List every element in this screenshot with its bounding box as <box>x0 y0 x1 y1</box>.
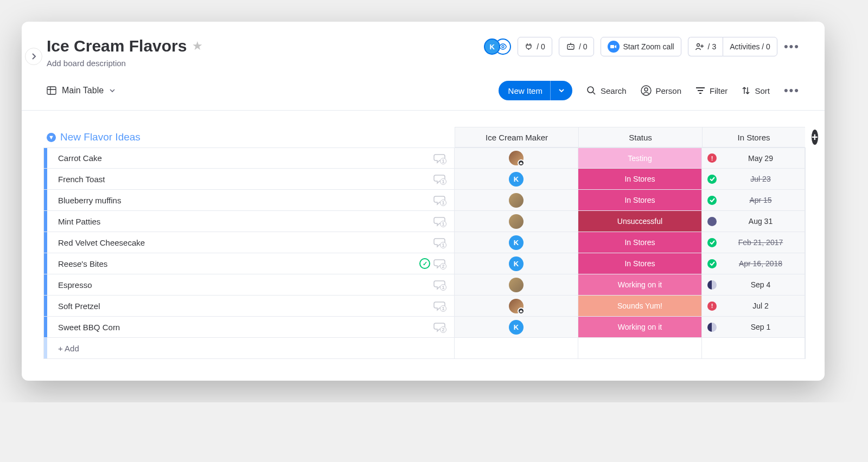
item-name[interactable]: Blueberry muffins <box>58 196 121 205</box>
column-header-status[interactable]: Status <box>578 127 702 147</box>
group-color-bar <box>44 253 47 274</box>
activities-button[interactable]: Activities / 0 <box>723 37 777 56</box>
date-cell[interactable]: ! Jul 2 <box>702 296 805 317</box>
maker-cell[interactable] <box>455 296 578 317</box>
chat-count: 1 <box>440 242 446 248</box>
new-item-dropdown[interactable] <box>550 81 572 100</box>
item-name[interactable]: Carrot Cake <box>58 153 102 163</box>
item-name[interactable]: Sweet BBQ Corn <box>58 323 120 332</box>
add-column-button[interactable]: + <box>812 130 818 145</box>
chat-icon[interactable]: 2 <box>433 322 445 332</box>
maker-cell[interactable] <box>455 190 578 211</box>
invite-count: / 3 <box>708 42 717 51</box>
maker-cell[interactable]: K <box>455 232 578 253</box>
status-cell[interactable]: Working on it <box>578 274 702 296</box>
table-row[interactable]: Blueberry muffins 1 In Stores Apr 15 <box>43 190 803 211</box>
date-cell[interactable]: Sep 4 <box>702 274 805 296</box>
maker-avatar[interactable] <box>509 214 524 229</box>
chat-count: 2 <box>440 326 446 333</box>
invite-members-button[interactable]: / 3 <box>688 37 723 56</box>
item-name[interactable]: Reese's Bites <box>58 259 107 268</box>
person-label: Person <box>656 86 682 95</box>
chat-icon[interactable]: 2 <box>433 258 445 269</box>
expand-sidebar-button[interactable] <box>25 48 42 65</box>
favorite-star-icon[interactable]: ★ <box>192 39 203 53</box>
status-cell[interactable]: In Stores <box>578 169 702 190</box>
board-viewers[interactable]: K <box>484 39 511 55</box>
group-title[interactable]: New Flavor Ideas <box>60 131 141 143</box>
maker-avatar[interactable] <box>509 193 524 208</box>
maker-cell[interactable] <box>455 211 578 232</box>
status-cell[interactable]: Testing <box>578 147 702 169</box>
automations-button[interactable]: / 0 <box>559 37 595 56</box>
column-header-in-stores[interactable]: In Stores <box>702 127 805 147</box>
column-header-maker[interactable]: Ice Cream Maker <box>455 127 578 147</box>
group-collapse-toggle[interactable]: ▼ <box>47 133 56 142</box>
item-name[interactable]: Espresso <box>58 280 92 290</box>
board-title[interactable]: Ice Cream Flavors <box>47 37 187 55</box>
date-cell[interactable]: Jul 23 <box>702 169 805 190</box>
maker-avatar[interactable] <box>509 278 524 292</box>
chat-icon[interactable]: 1 <box>433 300 445 311</box>
new-item-button[interactable]: New Item <box>499 81 572 100</box>
item-name[interactable]: Red Velvet Cheesecake <box>58 238 145 247</box>
view-selector[interactable]: Main Table <box>47 86 116 95</box>
filter-button[interactable]: Filter <box>695 86 727 95</box>
table-row[interactable]: Red Velvet Cheesecake 1 K In Stores Feb … <box>43 232 803 253</box>
toolbar-more-menu[interactable]: ••• <box>784 84 800 98</box>
status-cell[interactable]: Working on it <box>578 317 702 338</box>
maker-cell[interactable] <box>455 147 578 169</box>
home-badge-icon <box>518 159 525 166</box>
chat-icon[interactable]: 1 <box>433 174 445 184</box>
sort-button[interactable]: Sort <box>742 86 770 95</box>
maker-avatar[interactable]: K <box>509 256 524 271</box>
item-name[interactable]: French Toast <box>58 175 105 184</box>
table-row[interactable]: Soft Pretzel 1 Sounds Yum! ! Jul 2 <box>43 296 803 317</box>
search-button[interactable]: Search <box>586 86 627 95</box>
maker-cell[interactable]: K <box>455 253 578 274</box>
maker-avatar[interactable] <box>509 151 524 165</box>
item-name[interactable]: Mint Patties <box>58 217 100 226</box>
chat-icon[interactable]: 1 <box>433 216 445 227</box>
add-item-button[interactable]: + Add <box>58 344 79 353</box>
chat-icon[interactable]: 1 <box>433 237 445 248</box>
date-cell[interactable]: ! May 29 <box>702 147 805 169</box>
table-row[interactable]: Reese's Bites ✓ 2 K In Stores Apr 16, 20… <box>43 253 803 274</box>
maker-cell[interactable]: K <box>455 317 578 338</box>
date-cell[interactable]: Apr 16, 2018 <box>702 253 805 274</box>
date-cell[interactable]: Sep 1 <box>702 317 805 338</box>
status-cell[interactable]: Sounds Yum! <box>578 296 702 317</box>
maker-avatar[interactable] <box>509 299 524 313</box>
svg-rect-4 <box>610 45 614 48</box>
table-row[interactable]: French Toast 1 K In Stores Jul 23 <box>43 169 803 190</box>
maker-avatar[interactable]: K <box>509 320 524 335</box>
people-icon <box>695 43 705 50</box>
table-row[interactable]: Carrot Cake 1 Testing ! May 29 <box>43 147 803 169</box>
board-description[interactable]: Add board description <box>47 59 203 68</box>
integrations-button[interactable]: / 0 <box>518 37 552 56</box>
status-cell[interactable]: In Stores <box>578 253 702 274</box>
status-cell[interactable]: In Stores <box>578 190 702 211</box>
chat-icon[interactable]: 1 <box>433 195 445 206</box>
chat-icon[interactable]: 1 <box>433 153 445 164</box>
plug-icon <box>525 42 533 51</box>
board-more-menu[interactable]: ••• <box>784 40 800 54</box>
status-cell[interactable]: Unsuccessful <box>578 211 702 232</box>
status-indicator-done-icon <box>707 259 717 268</box>
item-name[interactable]: Soft Pretzel <box>58 301 100 311</box>
maker-avatar[interactable]: K <box>509 235 524 250</box>
date-cell[interactable]: Aug 31 <box>702 211 805 232</box>
table-row[interactable]: Sweet BBQ Corn 2 K Working on it Sep 1 <box>43 317 803 338</box>
date-cell[interactable]: Feb 21, 2017 <box>702 232 805 253</box>
date-cell[interactable]: Apr 15 <box>702 190 805 211</box>
person-filter-button[interactable]: Person <box>641 85 682 96</box>
maker-cell[interactable] <box>455 274 578 296</box>
maker-cell[interactable]: K <box>455 169 578 190</box>
table-row[interactable]: Mint Patties 1 Unsuccessful Aug 31 <box>43 211 803 232</box>
maker-avatar[interactable]: K <box>509 172 524 187</box>
table-row[interactable]: Espresso 1 Working on it Sep 4 <box>43 274 803 296</box>
chat-icon[interactable]: 1 <box>433 279 445 290</box>
start-zoom-button[interactable]: Start Zoom call <box>601 37 681 56</box>
status-cell[interactable]: In Stores <box>578 232 702 253</box>
chat-count: 1 <box>440 305 446 312</box>
